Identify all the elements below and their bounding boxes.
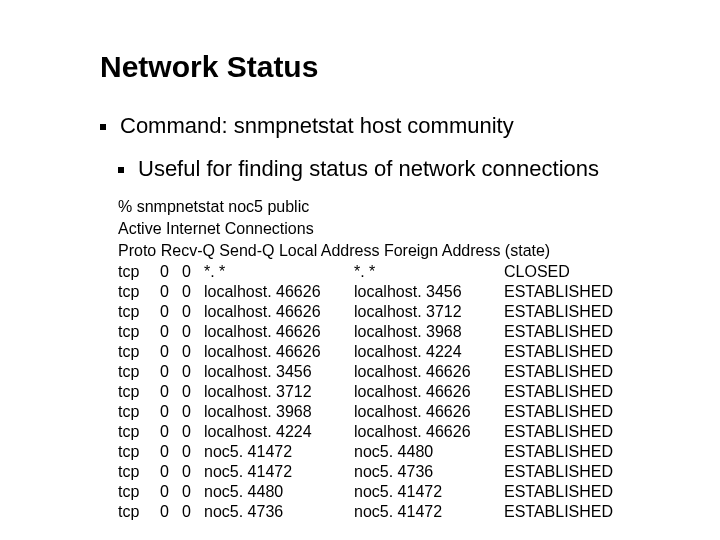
- bullet-1: Command: snmpnetstat host community: [100, 112, 660, 141]
- bullet-icon: [118, 167, 124, 173]
- cell-state: ESTABLISHED: [504, 462, 634, 482]
- cell-proto: tcp: [118, 362, 160, 382]
- cell-foreign: noc5. 41472: [354, 502, 504, 522]
- slide-title: Network Status: [100, 50, 660, 84]
- cell-sendq: 0: [182, 382, 204, 402]
- cell-proto: tcp: [118, 402, 160, 422]
- cell-state: ESTABLISHED: [504, 402, 634, 422]
- cell-state: ESTABLISHED: [504, 342, 634, 362]
- cell-proto: tcp: [118, 482, 160, 502]
- cell-local: localhost. 3712: [204, 382, 354, 402]
- cell-sendq: 0: [182, 502, 204, 522]
- table-row: tcp00localhost. 3968localhost. 46626ESTA…: [118, 402, 660, 422]
- cell-proto: tcp: [118, 282, 160, 302]
- cell-local: localhost. 46626: [204, 302, 354, 322]
- cmd-heading: Active Internet Connections: [118, 219, 660, 239]
- cell-state: ESTABLISHED: [504, 502, 634, 522]
- cell-recvq: 0: [160, 482, 182, 502]
- cell-recvq: 0: [160, 402, 182, 422]
- cell-state: ESTABLISHED: [504, 382, 634, 402]
- cell-state: ESTABLISHED: [504, 282, 634, 302]
- cell-state: ESTABLISHED: [504, 422, 634, 442]
- table-row: tcp00localhost. 46626localhost. 3968ESTA…: [118, 322, 660, 342]
- cell-local: localhost. 46626: [204, 282, 354, 302]
- cell-state: ESTABLISHED: [504, 442, 634, 462]
- cell-recvq: 0: [160, 302, 182, 322]
- cell-sendq: 0: [182, 282, 204, 302]
- cell-sendq: 0: [182, 342, 204, 362]
- cell-state: ESTABLISHED: [504, 362, 634, 382]
- cell-recvq: 0: [160, 262, 182, 282]
- cell-local: localhost. 3456: [204, 362, 354, 382]
- cell-sendq: 0: [182, 462, 204, 482]
- cell-recvq: 0: [160, 422, 182, 442]
- cell-sendq: 0: [182, 422, 204, 442]
- cell-local: noc5. 41472: [204, 442, 354, 462]
- cell-proto: tcp: [118, 302, 160, 322]
- table-row: tcp00localhost. 46626localhost. 4224ESTA…: [118, 342, 660, 362]
- cell-sendq: 0: [182, 442, 204, 462]
- cell-proto: tcp: [118, 342, 160, 362]
- cell-foreign: *. *: [354, 262, 504, 282]
- table-row: tcp00*. **. *CLOSED: [118, 262, 660, 282]
- cell-sendq: 0: [182, 302, 204, 322]
- cell-foreign: localhost. 3712: [354, 302, 504, 322]
- bullet-1-text: Command: snmpnetstat host community: [120, 112, 514, 141]
- cell-recvq: 0: [160, 382, 182, 402]
- cell-proto: tcp: [118, 502, 160, 522]
- cell-state: CLOSED: [504, 262, 634, 282]
- cell-state: ESTABLISHED: [504, 322, 634, 342]
- cell-local: noc5. 41472: [204, 462, 354, 482]
- cell-sendq: 0: [182, 262, 204, 282]
- table-row: tcp00noc5. 4736noc5. 41472ESTABLISHED: [118, 502, 660, 522]
- bullet-2-text: Useful for finding status of network con…: [138, 155, 599, 184]
- cell-sendq: 0: [182, 482, 204, 502]
- table-row: tcp00noc5. 4480noc5. 41472ESTABLISHED: [118, 482, 660, 502]
- table-row: tcp00noc5. 41472noc5. 4736ESTABLISHED: [118, 462, 660, 482]
- cell-recvq: 0: [160, 342, 182, 362]
- table-row: tcp00localhost. 3712localhost. 46626ESTA…: [118, 382, 660, 402]
- cell-recvq: 0: [160, 442, 182, 462]
- bullet-2: Useful for finding status of network con…: [118, 155, 660, 184]
- cell-proto: tcp: [118, 382, 160, 402]
- table-row: tcp00localhost. 3456localhost. 46626ESTA…: [118, 362, 660, 382]
- cell-recvq: 0: [160, 322, 182, 342]
- cell-local: localhost. 3968: [204, 402, 354, 422]
- cell-sendq: 0: [182, 402, 204, 422]
- table-row: tcp00localhost. 4224localhost. 46626ESTA…: [118, 422, 660, 442]
- cell-recvq: 0: [160, 282, 182, 302]
- cell-local: noc5. 4736: [204, 502, 354, 522]
- cell-foreign: localhost. 3968: [354, 322, 504, 342]
- cell-local: *. *: [204, 262, 354, 282]
- table-header: Proto Recv-Q Send-Q Local Address Foreig…: [118, 241, 660, 261]
- terminal-output: % snmpnetstat noc5 public Active Interne…: [118, 197, 660, 522]
- cell-foreign: noc5. 4736: [354, 462, 504, 482]
- cell-foreign: localhost. 46626: [354, 362, 504, 382]
- cell-foreign: localhost. 46626: [354, 402, 504, 422]
- cell-proto: tcp: [118, 462, 160, 482]
- bullet-icon: [100, 124, 106, 130]
- cell-local: localhost. 46626: [204, 342, 354, 362]
- cell-local: localhost. 46626: [204, 322, 354, 342]
- cell-foreign: localhost. 46626: [354, 382, 504, 402]
- cell-recvq: 0: [160, 362, 182, 382]
- cell-state: ESTABLISHED: [504, 302, 634, 322]
- cell-recvq: 0: [160, 462, 182, 482]
- cell-sendq: 0: [182, 322, 204, 342]
- table-row: tcp00localhost. 46626localhost. 3712ESTA…: [118, 302, 660, 322]
- cell-proto: tcp: [118, 322, 160, 342]
- cell-local: localhost. 4224: [204, 422, 354, 442]
- cell-foreign: localhost. 3456: [354, 282, 504, 302]
- table-row: tcp00localhost. 46626localhost. 3456ESTA…: [118, 282, 660, 302]
- cell-proto: tcp: [118, 442, 160, 462]
- cell-state: ESTABLISHED: [504, 482, 634, 502]
- cell-foreign: localhost. 46626: [354, 422, 504, 442]
- cell-local: noc5. 4480: [204, 482, 354, 502]
- cmd-line: % snmpnetstat noc5 public: [118, 197, 660, 217]
- cell-proto: tcp: [118, 262, 160, 282]
- cell-foreign: localhost. 4224: [354, 342, 504, 362]
- cell-foreign: noc5. 41472: [354, 482, 504, 502]
- cell-recvq: 0: [160, 502, 182, 522]
- cell-foreign: noc5. 4480: [354, 442, 504, 462]
- table-row: tcp00noc5. 41472noc5. 4480ESTABLISHED: [118, 442, 660, 462]
